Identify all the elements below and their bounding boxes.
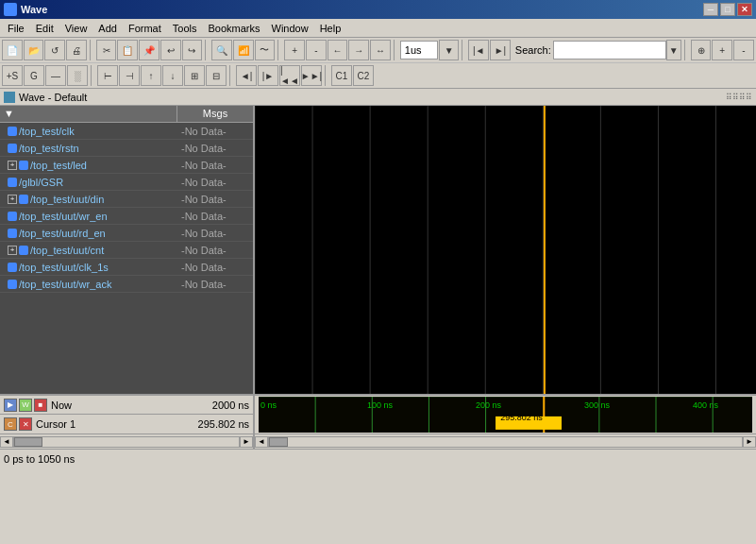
sep-6	[684, 40, 688, 60]
collapse-button[interactable]: ⊟	[206, 65, 227, 86]
now-value: 2000 ns	[212, 400, 249, 411]
cut-button[interactable]: ✂	[96, 40, 117, 60]
move-down-button[interactable]: ↓	[162, 65, 183, 86]
minimize-button[interactable]: ─	[703, 3, 718, 16]
search-dropdown[interactable]: ▼	[666, 40, 681, 60]
paste-button[interactable]: 📌	[139, 40, 160, 60]
menu-edit[interactable]: Edit	[30, 21, 59, 36]
new-button[interactable]: 📄	[2, 40, 23, 60]
cursor2-icon[interactable]: ✕	[19, 417, 32, 431]
hscroll-left-btn2[interactable]: ◄	[255, 436, 268, 448]
expand-icon[interactable]: +	[8, 161, 17, 170]
spacer-button[interactable]: ░	[67, 65, 88, 86]
next-edge-button[interactable]: |►	[258, 65, 278, 86]
refresh-button[interactable]: ↺	[44, 40, 65, 60]
zoom-out2-button[interactable]: -	[733, 40, 754, 60]
menu-format[interactable]: Format	[123, 21, 167, 36]
svg-text:200 ns: 200 ns	[476, 400, 502, 410]
wave-button[interactable]: 〜	[255, 40, 276, 60]
redo-button[interactable]: ↪	[182, 40, 203, 60]
sep-4	[394, 40, 397, 60]
sim-icon[interactable]: ▶	[4, 399, 17, 412]
hscroll-left-btn[interactable]: ◄	[0, 436, 13, 448]
zoom-out-button[interactable]: -	[306, 40, 327, 60]
signal-add-button[interactable]: +S	[2, 65, 23, 86]
signal-name-cell: +/top_test/uut/cnt	[0, 244, 177, 257]
maximize-button[interactable]: □	[720, 3, 735, 16]
signal-label: /top_test/clk	[19, 126, 75, 137]
prev-cursor-button[interactable]: |◄	[468, 40, 489, 60]
sep-1	[90, 40, 93, 60]
time-unit-display[interactable]: 1us	[400, 41, 438, 60]
time-end-button[interactable]: ►►|	[301, 65, 322, 86]
signal-name-cell: /top_test/uut/rd_en	[0, 227, 177, 240]
menu-add[interactable]: Add	[92, 21, 123, 36]
menu-file[interactable]: File	[2, 21, 30, 36]
menu-help[interactable]: Help	[314, 21, 347, 36]
hscroll-right-btn2[interactable]: ►	[743, 436, 756, 448]
signal-row[interactable]: /top_test/uut/wr_en-No Data-	[0, 208, 253, 225]
nav-right-button[interactable]: →	[348, 40, 369, 60]
close-button[interactable]: ✕	[737, 3, 752, 16]
zoom-fit-button[interactable]: ⊕	[691, 40, 712, 60]
prev-edge-button[interactable]: ◄|	[236, 65, 257, 86]
group-button[interactable]: G	[24, 65, 44, 86]
zoom-in2-button[interactable]: +	[712, 40, 732, 60]
signal-msg-cell: -No Data-	[177, 193, 253, 206]
signal-button[interactable]: 📶	[233, 40, 254, 60]
nav-left-button[interactable]: ←	[328, 40, 348, 60]
open-button[interactable]: 📂	[24, 40, 44, 60]
signal-row[interactable]: +/top_test/uut/din-No Data-	[0, 191, 253, 208]
menu-window[interactable]: Window	[266, 21, 314, 36]
menu-tools[interactable]: Tools	[167, 21, 203, 36]
search-input[interactable]	[553, 41, 666, 60]
signal-row[interactable]: /top_test/uut/wr_ack-No Data-	[0, 276, 253, 293]
signal-row[interactable]: /top_test/rstn-No Data-	[0, 140, 253, 157]
time-unit-dropdown[interactable]: ▼	[439, 40, 460, 60]
move-up-button[interactable]: ↑	[141, 65, 161, 86]
expand-button[interactable]: ⊞	[184, 65, 205, 86]
signal-row[interactable]: /top_test/clk-No Data-	[0, 123, 253, 140]
hscroll-left: ◄ ►	[0, 434, 255, 449]
expand-icon[interactable]: +	[8, 246, 17, 255]
hscroll-bar-right[interactable]	[268, 436, 743, 448]
cursor1-button[interactable]: C1	[331, 65, 352, 86]
signal-row[interactable]: +/top_test/led-No Data-	[0, 157, 253, 174]
hscroll-thumb-left[interactable]	[14, 437, 42, 447]
signal-row[interactable]: /top_test/uut/rd_en-No Data-	[0, 225, 253, 242]
waveform-area[interactable]	[255, 106, 756, 394]
cursor-icon[interactable]: C	[4, 417, 17, 431]
signal-type-icon	[19, 195, 28, 204]
hscroll-bar-left[interactable]	[13, 436, 240, 448]
print-button[interactable]: 🖨	[66, 40, 87, 60]
cursor2-button[interactable]: C2	[353, 65, 374, 86]
hscroll-right-btn-left[interactable]: ►	[240, 436, 253, 448]
signal-type-icon	[8, 144, 17, 153]
sep-3	[277, 40, 281, 60]
now-label: Now	[51, 400, 72, 411]
undo-button[interactable]: ↩	[160, 40, 181, 60]
window-controls: ─ □ ✕	[703, 3, 752, 16]
collapse-all-icon[interactable]: ▼	[4, 108, 14, 119]
signal-row[interactable]: +/top_test/uut/cnt-No Data-	[0, 242, 253, 259]
search-label: Search:	[515, 44, 551, 56]
time-start-button[interactable]: |◄◄	[279, 65, 300, 86]
signal-row[interactable]: /top_test/uut/clk_1s-No Data-	[0, 259, 253, 276]
hscroll-area: ◄ ► ◄ ►	[0, 434, 756, 449]
align-right-button[interactable]: ⊣	[119, 65, 140, 86]
app-icon	[4, 3, 17, 16]
align-left-button[interactable]: ⊢	[97, 65, 118, 86]
stop-icon[interactable]: ■	[34, 399, 47, 412]
wave-icon[interactable]: W	[19, 399, 32, 412]
divider-button[interactable]: —	[45, 65, 66, 86]
signal-row[interactable]: /glbl/GSR-No Data-	[0, 174, 253, 191]
fit-button[interactable]: ↔	[370, 40, 391, 60]
menu-view[interactable]: View	[59, 21, 93, 36]
expand-icon[interactable]: +	[8, 195, 17, 204]
hscroll-thumb-right[interactable]	[269, 437, 288, 447]
zoom-in-button[interactable]: +	[284, 40, 305, 60]
copy-button[interactable]: 📋	[117, 40, 138, 60]
next-cursor-button[interactable]: ►|	[490, 40, 511, 60]
menu-bookmarks[interactable]: Bookmarks	[202, 21, 265, 36]
find-button[interactable]: 🔍	[211, 40, 232, 60]
